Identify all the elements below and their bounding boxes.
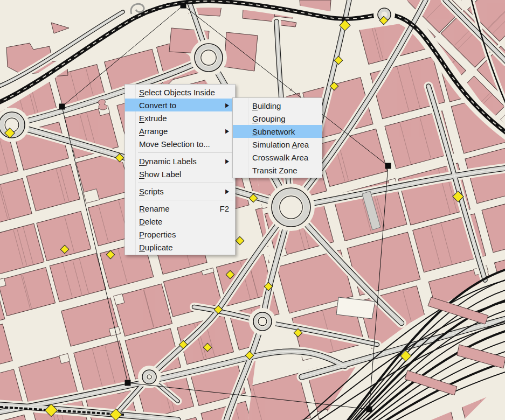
menu-item-transit-zone[interactable]: Transit Zone <box>233 164 322 177</box>
menu-item-scripts[interactable]: Scripts▶ <box>125 185 235 198</box>
menu-item-label: Simulation Area <box>252 140 309 149</box>
menu-separator <box>125 198 235 202</box>
menu-item-arrange[interactable]: Arrange▶ <box>125 124 235 137</box>
menu-item-label: Dynamic Labels <box>139 157 197 166</box>
menu-item-extrude[interactable]: Extrude <box>125 111 235 124</box>
menu-item-label: Properties <box>139 230 176 239</box>
menu-item-delete[interactable]: Delete <box>125 215 235 228</box>
selection-handle[interactable] <box>125 380 131 386</box>
submenu-arrow-icon: ▶ <box>225 128 229 135</box>
menu-item-label: Move Selection to... <box>139 139 210 149</box>
menu-item-label: Show Label <box>139 170 181 179</box>
menu-item-dynamic-labels[interactable]: Dynamic Labels▶ <box>125 155 235 167</box>
menu-shortcut: F2 <box>219 204 229 213</box>
menu-item-label: Grouping <box>252 114 286 123</box>
menu-item-label: Select Objects Inside <box>139 88 215 97</box>
menu-item-simulation-area[interactable]: Simulation Area <box>233 138 322 151</box>
menu-item-grouping[interactable]: Grouping <box>233 112 322 125</box>
selection-handle[interactable] <box>59 104 65 110</box>
submenu-arrow-icon: ▶ <box>225 158 229 165</box>
menu-item-label: Scripts <box>139 187 164 196</box>
menu-separator <box>125 180 235 185</box>
menu-item-label: Rename <box>139 204 170 213</box>
menu-item-label: Crosswalk Area <box>252 153 308 162</box>
selection-handle[interactable] <box>181 3 186 9</box>
menu-item-rename[interactable]: RenameF2 <box>125 202 235 215</box>
menu-separator <box>125 150 235 155</box>
menu-item-crosswalk-area[interactable]: Crosswalk Area <box>233 151 322 164</box>
menu-item-label: Arrange <box>139 127 168 136</box>
menu-item-label: Subnetwork <box>252 127 295 136</box>
menu-item-building[interactable]: Building <box>233 99 322 112</box>
menu-item-label: Convert to <box>139 101 176 110</box>
selection-handle[interactable] <box>366 407 372 412</box>
menu-item-label: Duplicate <box>139 243 173 252</box>
convert-to-submenu: BuildingGroupingSubnetworkSimulation Are… <box>232 97 322 178</box>
menu-item-subnetwork[interactable]: Subnetwork <box>233 125 322 138</box>
map-canvas[interactable] <box>0 0 505 420</box>
submenu-arrow-icon: ▶ <box>225 188 229 195</box>
menu-item-duplicate[interactable]: Duplicate <box>125 241 235 254</box>
menu-item-label: Transit Zone <box>252 166 298 175</box>
menu-item-label: Building <box>252 101 281 110</box>
submenu-arrow-icon: ▶ <box>225 102 229 109</box>
menu-item-select-objects-inside[interactable]: Select Objects Inside <box>125 86 235 99</box>
menu-item-label: Extrude <box>139 114 167 123</box>
app-window: Select Objects InsideConvert to▶ExtrudeA… <box>0 0 505 420</box>
menu-item-label: Delete <box>139 217 162 226</box>
menu-item-convert-to[interactable]: Convert to▶ <box>125 99 235 111</box>
menu-item-move-selection-to[interactable]: Move Selection to... <box>125 137 235 150</box>
menu-item-show-label[interactable]: Show Label <box>125 167 235 180</box>
context-menu: Select Objects InsideConvert to▶ExtrudeA… <box>124 84 236 255</box>
selection-handle[interactable] <box>385 163 391 169</box>
menu-item-properties[interactable]: Properties <box>125 228 235 241</box>
